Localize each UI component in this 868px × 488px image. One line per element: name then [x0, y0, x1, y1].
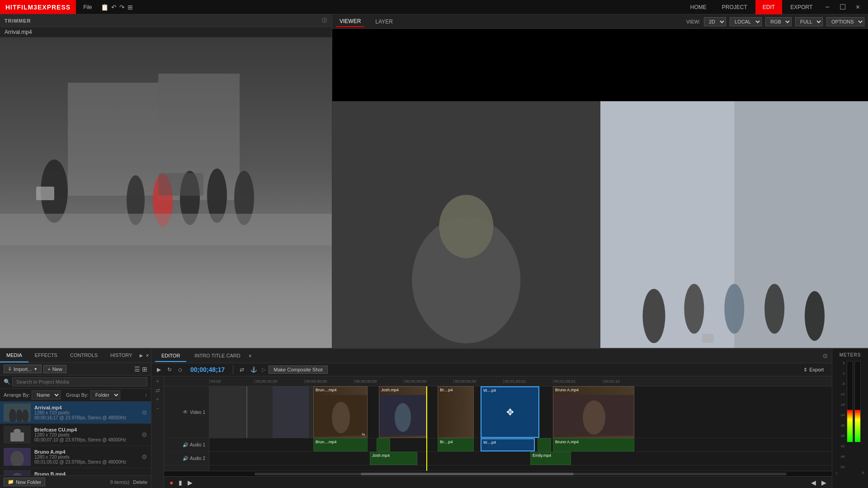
tab-media[interactable]: MEDIA	[0, 349, 28, 362]
add-track-icon[interactable]: +	[156, 378, 159, 385]
audio-clip-br[interactable]: Br....p4	[438, 438, 474, 451]
intro-tab-close[interactable]: ×	[249, 353, 252, 359]
playhead[interactable]	[426, 386, 427, 471]
maximize-button[interactable]: ☐	[835, 3, 850, 11]
left-timeline-tools: + ⇄ + −	[151, 376, 164, 488]
media-list: Arrival.mp4 1280 x 720 pixels 00;00;16;1…	[0, 402, 151, 475]
audio2-clip-josh[interactable]: Josh.mp4	[370, 452, 417, 465]
meter-label-m18: -18	[840, 403, 845, 407]
thumb-svg	[4, 448, 31, 466]
svg-point-46	[583, 400, 605, 435]
audio-clip-w[interactable]: W....p4	[481, 438, 535, 451]
item-count: 9 item(s)	[110, 479, 129, 485]
list-item[interactable]: Briefcase CU.mp4 1280 x 720 pixels 00;00…	[0, 424, 151, 446]
nav-export[interactable]: EXPORT	[783, 0, 820, 14]
tl-record-btn[interactable]: ●	[168, 478, 175, 487]
tab-effects[interactable]: EFFECTS	[28, 349, 64, 362]
select-tool-btn[interactable]: ▶	[155, 366, 163, 374]
copy-icon[interactable]: 📋	[101, 4, 108, 11]
fit-icon[interactable]: ⇄	[156, 387, 160, 394]
nav-home[interactable]: HOME	[683, 0, 714, 14]
timeline-scrollbar[interactable]	[164, 471, 832, 476]
ruler-65: 00;01;05;01	[553, 379, 576, 384]
bottom-section: MEDIA EFFECTS CONTROLS HISTORY ► × ⇓ Imp…	[0, 348, 868, 488]
zoom-in-icon[interactable]: +	[156, 396, 159, 403]
tl-scroll-left[interactable]: ◀	[809, 478, 818, 487]
audio-clip-empty1[interactable]	[377, 438, 390, 451]
display-select[interactable]: FULL	[795, 17, 823, 26]
clip-brun[interactable]: Brun....mp4 ⇆	[313, 386, 368, 438]
timeline-export-button[interactable]: ⇕ Export	[799, 366, 828, 374]
move-cursor-icon: ✥	[506, 407, 514, 418]
logo-text: HITFILM3EXPRESS	[5, 4, 71, 11]
grid-icon[interactable]: ⊞	[127, 4, 133, 11]
trimmer-info-icon[interactable]: ⓘ	[322, 17, 327, 24]
list-item[interactable]: Bruno A.mp4 1280 x 720 pixels 00;01;05;0…	[0, 446, 151, 468]
list-item[interactable]: Arrival.mp4 1280 x 720 pixels 00;00;16;1…	[0, 402, 151, 424]
viewer-black-area	[332, 29, 868, 101]
close-button[interactable]: ×	[851, 3, 864, 11]
tl-play-btn[interactable]: ▶	[186, 478, 194, 487]
chevron-right-icon[interactable]: ►	[139, 352, 144, 359]
tab-editor[interactable]: EDITOR	[155, 350, 186, 362]
loop-region-btn[interactable]: ⇄	[238, 366, 246, 374]
media-settings-icon[interactable]: ⚙	[142, 409, 147, 416]
delete-button[interactable]: Delete	[133, 479, 147, 485]
audio2-clip-emily[interactable]: Emily.mp4	[530, 452, 571, 465]
group-by-select[interactable]: Folder	[90, 390, 120, 399]
tab-controls[interactable]: CONTROLS	[64, 349, 104, 362]
grid-view-btn[interactable]: ⊞	[142, 366, 147, 373]
audio-clip-brunoa[interactable]: Bruno A.mp4	[553, 438, 634, 451]
viewer-tab[interactable]: VIEWER	[336, 16, 364, 27]
video-eye-icon[interactable]: 👁	[183, 409, 188, 415]
new-media-button[interactable]: + New	[43, 365, 66, 373]
scrollbar-thumb[interactable]	[361, 473, 574, 475]
clip-josh[interactable]: Josh.mp4	[379, 386, 426, 438]
zoom-out-icon[interactable]: −	[156, 405, 159, 412]
audio-clip-brun[interactable]: Brun....mp4	[313, 438, 368, 451]
media-settings-icon[interactable]: ⚙	[142, 431, 147, 438]
timecode-display: 00;00;48;17	[190, 366, 225, 373]
options-select[interactable]: OPTIONS	[826, 17, 864, 26]
audio2-mute-icon[interactable]: 🔊	[183, 456, 188, 461]
meter-bars	[847, 361, 861, 444]
list-view-btn[interactable]: ☰	[134, 366, 140, 373]
clip-w-selected[interactable]: +00;00;00;17 W....p4 ✥	[481, 386, 539, 438]
view-mode-select[interactable]: 2D	[704, 17, 726, 26]
snap-btn[interactable]: ⚓	[249, 366, 259, 374]
media-meta-2: 00;00;07;10 @ 23.976fps, Stereo @ 48000H…	[34, 437, 138, 442]
tab-intro-title[interactable]: INTRO TITLE CARD	[188, 350, 246, 362]
nav-edit[interactable]: EDIT	[755, 0, 782, 14]
search-input[interactable]	[12, 377, 147, 386]
menu-file[interactable]: File	[80, 2, 95, 12]
color-select[interactable]: RGB	[765, 17, 792, 26]
arrange-by-select[interactable]: Name	[32, 390, 61, 399]
scrollbar-track[interactable]	[255, 473, 787, 475]
close-panel-icon[interactable]: ×	[146, 352, 149, 359]
make-composite-button[interactable]: Make Composite Shot	[269, 366, 327, 374]
clip-brunoa[interactable]: Bruno A.mp4	[553, 386, 634, 438]
layer-tab[interactable]: LAYER	[372, 17, 396, 27]
redo-icon[interactable]: ↷	[119, 4, 125, 11]
tl-stop-btn[interactable]: ▮	[177, 478, 184, 487]
undo-icon[interactable]: ↶	[111, 4, 117, 11]
timeline-content: 👁 Video 1 🔊 Audio 1 🔊 Audio 2	[164, 386, 832, 471]
audio-clip-empty2[interactable]	[538, 438, 551, 451]
timeline-tracks-container: 00;00 00;00;35;00 00;00;40;00 00;00;45;0…	[164, 376, 832, 488]
new-folder-button[interactable]: 📁 New Folder	[4, 478, 45, 486]
nav-project[interactable]: PROJECT	[715, 0, 755, 14]
clip-br[interactable]: Br....p4	[438, 386, 474, 438]
minimize-button[interactable]: −	[821, 3, 834, 11]
tl-scroll-right[interactable]: ▶	[820, 478, 828, 487]
local-select[interactable]: LOCAL	[730, 17, 762, 26]
settings-icon[interactable]: ⚙	[822, 352, 828, 360]
import-button[interactable]: ⇓ Import... ▼	[4, 365, 42, 373]
sort-icon[interactable]: ↕	[145, 392, 147, 398]
audio-mute-icon[interactable]: 🔊	[183, 442, 188, 447]
media-settings-icon[interactable]: ⚙	[142, 453, 147, 460]
list-item[interactable]: Bruno B.mp4 1280 x 720 pixels 00;00;12;1…	[0, 468, 151, 475]
add-marker-btn[interactable]: ◇	[176, 366, 184, 374]
tab-history[interactable]: HISTORY	[104, 349, 139, 362]
loop-btn[interactable]: ↻	[165, 366, 174, 374]
timeline-tracks: Brun....mp4 ⇆ Josh.mp4	[209, 386, 832, 471]
